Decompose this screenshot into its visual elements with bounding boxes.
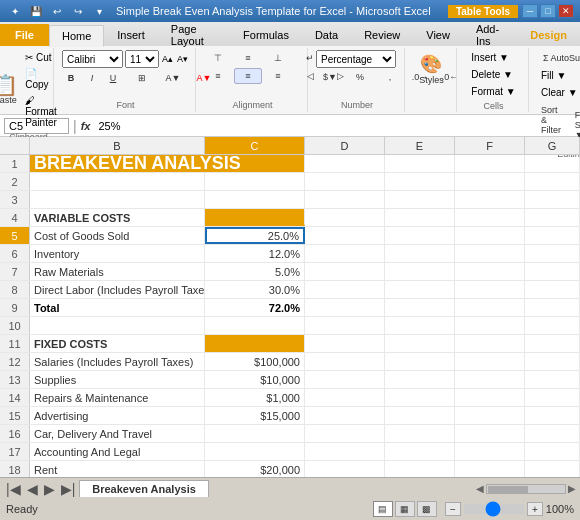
cell-b11[interactable]: FIXED COSTS — [30, 335, 205, 352]
cell-f7[interactable] — [455, 263, 525, 280]
cell-e2[interactable] — [385, 173, 455, 190]
cell-b15[interactable]: Advertising — [30, 407, 205, 424]
save-quick-btn[interactable]: 💾 — [27, 3, 45, 19]
cell-b14[interactable]: Repairs & Maintenance — [30, 389, 205, 406]
sheet-nav-first[interactable]: |◀ — [4, 481, 23, 497]
cell-f10[interactable] — [455, 317, 525, 334]
cell-f14[interactable] — [455, 389, 525, 406]
cell-g7[interactable] — [525, 263, 580, 280]
cell-c16[interactable] — [205, 425, 305, 442]
cell-g9[interactable] — [525, 299, 580, 316]
cell-c4[interactable] — [205, 209, 305, 226]
cell-d4[interactable] — [305, 209, 385, 226]
cell-f15[interactable] — [455, 407, 525, 424]
cell-e6[interactable] — [385, 245, 455, 262]
cell-e10[interactable] — [385, 317, 455, 334]
cell-g3[interactable] — [525, 191, 580, 208]
cell-b7[interactable]: Raw Materials — [30, 263, 205, 280]
cell-b16[interactable]: Car, Delivery And Travel — [30, 425, 205, 442]
col-header-e[interactable]: E — [385, 137, 455, 154]
cell-g15[interactable] — [525, 407, 580, 424]
tab-formulas[interactable]: Formulas — [230, 24, 302, 46]
cell-f16[interactable] — [455, 425, 525, 442]
cell-d14[interactable] — [305, 389, 385, 406]
cell-f2[interactable] — [455, 173, 525, 190]
cell-d18[interactable] — [305, 461, 385, 477]
cell-d16[interactable] — [305, 425, 385, 442]
cell-f8[interactable] — [455, 281, 525, 298]
cell-g14[interactable] — [525, 389, 580, 406]
cell-d15[interactable] — [305, 407, 385, 424]
underline-btn[interactable]: U — [104, 71, 122, 85]
cell-g10[interactable] — [525, 317, 580, 334]
cell-b4[interactable]: VARIABLE COSTS — [30, 209, 205, 226]
cell-f11[interactable] — [455, 335, 525, 352]
minimize-btn[interactable]: ─ — [522, 4, 538, 18]
percent-btn[interactable]: % — [346, 70, 374, 84]
font-size-select[interactable]: 10 11 — [125, 50, 159, 68]
tab-data[interactable]: Data — [302, 24, 351, 46]
horizontal-scroll[interactable]: ◀ ▶ — [476, 483, 576, 494]
cell-c15[interactable]: $15,000 — [205, 407, 305, 424]
cell-d5[interactable] — [305, 227, 385, 244]
tab-page-layout[interactable]: Page Layout — [158, 24, 230, 46]
cell-b5[interactable]: Cost of Goods Sold — [30, 227, 205, 244]
sheet-nav-prev[interactable]: ◀ — [25, 481, 40, 497]
cell-g4[interactable] — [525, 209, 580, 226]
cell-c8[interactable]: 30.0% — [205, 281, 305, 298]
cell-e5[interactable] — [385, 227, 455, 244]
cell-e13[interactable] — [385, 371, 455, 388]
italic-btn[interactable]: I — [83, 71, 101, 85]
cell-f3[interactable] — [455, 191, 525, 208]
align-bottom-btn[interactable]: ⊥ — [264, 50, 292, 66]
align-right-btn[interactable]: ≡ — [264, 68, 292, 84]
undo-quick-btn[interactable]: ↩ — [48, 3, 66, 19]
cell-e12[interactable] — [385, 353, 455, 370]
cell-f12[interactable] — [455, 353, 525, 370]
cell-d11[interactable] — [305, 335, 385, 352]
zoom-out-btn[interactable]: − — [445, 502, 461, 516]
excel-icon[interactable]: ✦ — [6, 3, 24, 19]
cell-g16[interactable] — [525, 425, 580, 442]
col-header-b[interactable]: B — [30, 137, 205, 154]
insert-cells-btn[interactable]: Insert ▼ — [467, 50, 519, 65]
scroll-bar[interactable] — [486, 484, 566, 494]
tab-view[interactable]: View — [413, 24, 463, 46]
cell-d12[interactable] — [305, 353, 385, 370]
cell-g17[interactable] — [525, 443, 580, 460]
cell-d9[interactable] — [305, 299, 385, 316]
cell-b6[interactable]: Inventory — [30, 245, 205, 262]
cell-f17[interactable] — [455, 443, 525, 460]
redo-quick-btn[interactable]: ↪ — [69, 3, 87, 19]
dollar-btn[interactable]: $▼ — [316, 70, 344, 84]
tab-insert[interactable]: Insert — [104, 24, 158, 46]
cell-g2[interactable] — [525, 173, 580, 190]
cell-g6[interactable] — [525, 245, 580, 262]
cell-d6[interactable] — [305, 245, 385, 262]
cell-d10[interactable] — [305, 317, 385, 334]
close-btn[interactable]: ✕ — [558, 4, 574, 18]
cell-e1[interactable] — [385, 155, 455, 172]
cell-b1[interactable]: BREAKEVEN ANALYSIS — [30, 155, 305, 172]
cell-f4[interactable] — [455, 209, 525, 226]
zoom-in-btn[interactable]: + — [527, 502, 543, 516]
cell-d3[interactable] — [305, 191, 385, 208]
cell-c13[interactable]: $10,000 — [205, 371, 305, 388]
comma-btn[interactable]: , — [376, 70, 404, 84]
number-format-select[interactable]: Percentage — [316, 50, 396, 68]
cell-e14[interactable] — [385, 389, 455, 406]
cell-e16[interactable] — [385, 425, 455, 442]
sheet-nav-last[interactable]: ▶| — [59, 481, 78, 497]
align-center-btn[interactable]: ≡ — [234, 68, 262, 84]
page-break-view-btn[interactable]: ▩ — [417, 501, 437, 517]
borders-btn[interactable]: ⊞ — [128, 71, 156, 85]
cell-g13[interactable] — [525, 371, 580, 388]
cell-e11[interactable] — [385, 335, 455, 352]
col-header-c[interactable]: C — [205, 137, 305, 154]
sheet-tab-breakeven[interactable]: Breakeven Analysis — [79, 480, 209, 497]
cell-e15[interactable] — [385, 407, 455, 424]
cell-c9[interactable]: 72.0% — [205, 299, 305, 316]
cell-d13[interactable] — [305, 371, 385, 388]
cell-g5[interactable] — [525, 227, 580, 244]
scroll-right-btn[interactable]: ▶ — [568, 483, 576, 494]
